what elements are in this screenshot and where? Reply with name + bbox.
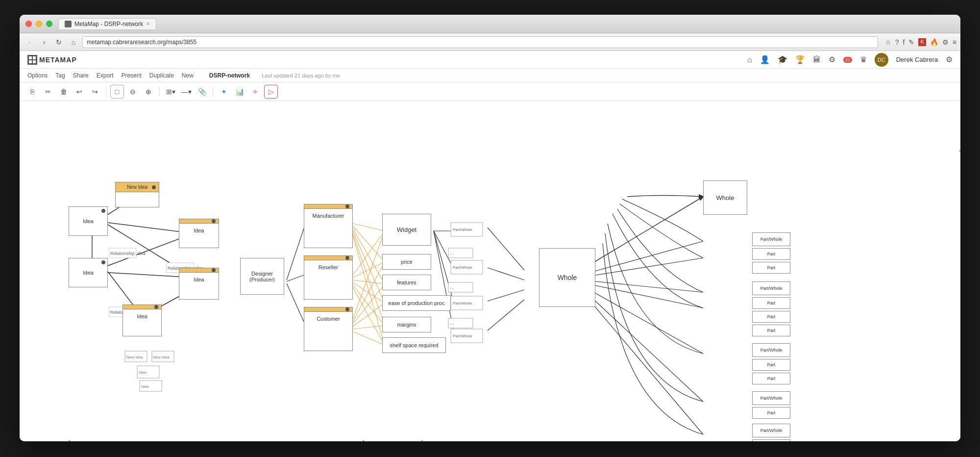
part-r4[interactable]: Part [752, 311, 790, 323]
widget-node[interactable]: Widget [382, 214, 431, 246]
user-icon[interactable]: 👤 [760, 55, 770, 64]
menu-icon[interactable]: ≡ [953, 38, 956, 46]
margins-node[interactable]: margins [382, 317, 431, 332]
idea-dot-1 [101, 209, 105, 213]
svg-rect-61 [448, 318, 473, 328]
idea-node-5[interactable]: Idea [122, 305, 162, 336]
home-nav-icon[interactable]: ⌂ [747, 55, 752, 64]
separator-3 [213, 87, 213, 97]
separator-1 [106, 87, 106, 97]
part-whole-r3[interactable]: Part/Whole [752, 343, 790, 357]
idea-node-1[interactable]: Idea [69, 206, 108, 236]
layout-button[interactable]: ⊞▾ [164, 85, 177, 99]
title-bar: MetaMap - DSRP-network ✕ [20, 15, 960, 33]
part-r3[interactable]: Part [752, 297, 790, 309]
svg-line-71 [581, 287, 703, 402]
edit-icon[interactable]: ✎ [908, 38, 914, 46]
part-whole-r1[interactable]: Part/Whole [752, 232, 790, 246]
part-r8[interactable]: Part [752, 407, 790, 419]
whole-node-right[interactable]: Whole [539, 248, 595, 307]
manufacturer-node[interactable]: Manufacturer [304, 204, 353, 248]
dsrp-p-button[interactable]: ▷ [264, 85, 278, 99]
customer-node[interactable]: Customer [304, 307, 353, 351]
dsrp-s-button[interactable]: 📊 [233, 85, 246, 99]
whole-top-node[interactable]: Whole [703, 180, 747, 215]
menu-options[interactable]: Options [27, 72, 48, 79]
menu-share[interactable]: Share [73, 72, 89, 79]
cut-button[interactable]: ✂ [41, 85, 55, 99]
home-button[interactable]: ⌂ [68, 36, 79, 48]
graduation-icon[interactable]: 🎓 [778, 55, 787, 64]
tab-close-button[interactable]: ✕ [146, 21, 150, 26]
part-r2[interactable]: Part [752, 262, 790, 274]
line-button[interactable]: —▾ [179, 85, 193, 99]
help-icon[interactable]: ? [895, 38, 899, 46]
crown-icon[interactable]: ♛ [860, 55, 867, 64]
building-icon[interactable]: 🏛 [813, 55, 821, 64]
part-whole-r5[interactable]: Part/Whole [752, 424, 790, 437]
idea-node-4[interactable]: Idea [179, 268, 219, 300]
connections-svg: Relationship: Idea Relationship: Idea Re… [20, 101, 960, 441]
menu-new[interactable]: New [182, 72, 194, 79]
svg-line-35 [353, 262, 385, 322]
fire-icon[interactable]: 🔥 [930, 38, 938, 46]
price-node[interactable]: price [382, 254, 431, 270]
part-r1[interactable]: Part [752, 248, 790, 260]
shelf-space-node[interactable]: shelf space required [382, 337, 446, 353]
part-r9[interactable]: Part [752, 439, 790, 441]
facebook-icon[interactable]: f [903, 38, 905, 46]
new-idea-node[interactable]: New Idea [115, 182, 159, 207]
settings-icon2[interactable]: ⚙ [829, 55, 835, 64]
features-node[interactable]: features [382, 275, 431, 290]
delete-button[interactable]: 🗑 [57, 85, 71, 99]
forward-button[interactable]: › [38, 36, 50, 48]
zoom-in-button[interactable]: ⊕ [142, 85, 155, 99]
part-whole-r2[interactable]: Part/Whole [752, 281, 790, 295]
user-settings-icon[interactable]: ⚙ [946, 55, 953, 64]
copy-button[interactable]: ⎘ [25, 85, 39, 99]
redo-button[interactable]: ↪ [88, 85, 102, 99]
address-bar[interactable]: metamap.cabreraresearch.org/maps/3855 [82, 36, 878, 48]
idea-dot-2 [101, 260, 105, 264]
active-tab[interactable]: MetaMap - DSRP-network ✕ [58, 18, 156, 30]
toolbar: ⎘ ✂ 🗑 ↩ ↪ □ ⊖ ⊕ ⊞▾ —▾ 📎 ✦ 📊 ✧ ▷ [20, 82, 960, 101]
back-button[interactable]: ‹ [24, 36, 35, 48]
minimize-button[interactable] [36, 21, 42, 27]
refresh-button[interactable]: ↻ [53, 36, 65, 48]
svg-text:- -: - - [450, 252, 454, 256]
undo-button[interactable]: ↩ [73, 85, 86, 99]
select-button[interactable]: □ [110, 85, 124, 99]
ease-prod-node[interactable]: ease of production proc [382, 295, 451, 311]
dsrp-d-button[interactable]: ✦ [217, 85, 231, 99]
trophy-icon[interactable]: 🏆 [795, 55, 805, 64]
attach-button[interactable]: 📎 [195, 85, 209, 99]
menu-tag[interactable]: Tag [55, 72, 65, 79]
idea3-dot [212, 219, 216, 223]
menu-duplicate[interactable]: Duplicate [149, 72, 174, 79]
idea-node-2[interactable]: Idea [69, 258, 108, 287]
notification-badge[interactable]: 20 [843, 57, 852, 63]
close-button[interactable] [25, 21, 32, 27]
svg-text:Part/Whole: Part/Whole [453, 228, 472, 232]
bookmark-icon[interactable]: ☆ [885, 38, 891, 46]
menu-present[interactable]: Present [121, 72, 141, 79]
svg-text:Idea: Idea [141, 384, 149, 389]
idea-node-3[interactable]: Idea [179, 219, 219, 248]
nav-icons: ☆ ? f ✎ K 🔥 ⚙ ≡ [885, 38, 956, 46]
reseller-node[interactable]: Reseller [304, 255, 353, 300]
maximize-button[interactable] [46, 21, 52, 27]
part-r6[interactable]: Part [752, 359, 790, 371]
part-whole-r4[interactable]: Part/Whole [752, 391, 790, 405]
svg-line-50 [488, 300, 524, 330]
menu-export[interactable]: Export [97, 72, 114, 79]
part-r5[interactable]: Part [752, 325, 790, 336]
settings-icon[interactable]: ⚙ [942, 38, 949, 46]
svg-text:Part/Whole: Part/Whole [453, 334, 472, 338]
zoom-out-button[interactable]: ⊖ [126, 85, 140, 99]
dsrp-r-button[interactable]: ✧ [248, 85, 262, 99]
k-icon[interactable]: K [918, 38, 926, 46]
svg-line-48 [488, 268, 524, 280]
part-r7[interactable]: Part [752, 373, 790, 384]
designer-node[interactable]: Designer(Producer) [240, 258, 284, 295]
diagram-canvas[interactable]: Relationship: Idea Relationship: Idea Re… [20, 101, 960, 441]
